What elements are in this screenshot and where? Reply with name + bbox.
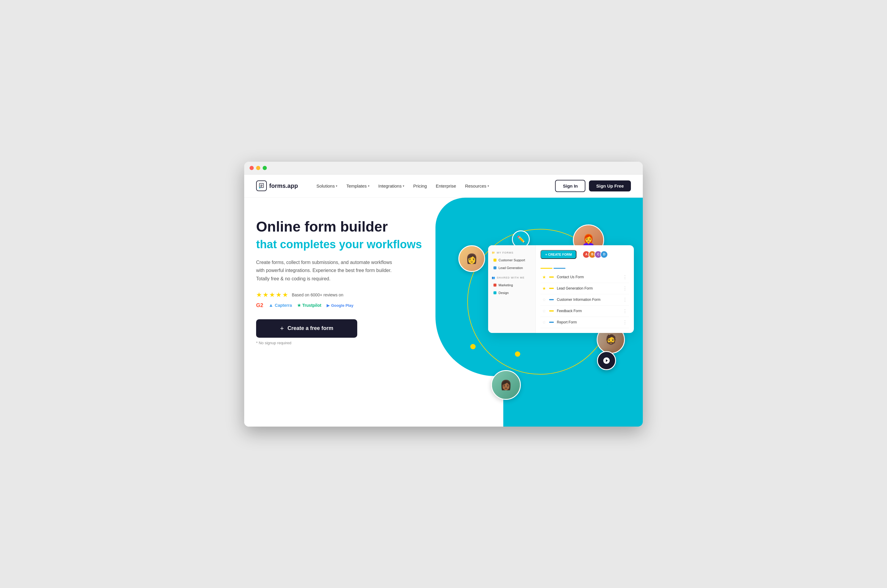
color-bar-blue [549,322,554,323]
create-form-btn[interactable]: + CREATE FORM [540,250,576,259]
sidebar-item-customer-support[interactable]: Customer Support [492,256,532,264]
yellow-dot-bottom [515,351,520,357]
form-list-item[interactable]: ☆ Feedback Form ⋮ [540,306,629,317]
sidebar-item-marketing[interactable]: Marketing [492,282,532,289]
divider-decoration [540,268,629,269]
logo-text: forms.app [269,183,298,189]
form-list: ★ Contact Us Form ⋮ ★ Lead Generation Fo [540,272,629,328]
folder-icon-blue [493,266,496,269]
form-list-item[interactable]: ★ Contact Us Form ⋮ [540,272,629,283]
trustpilot-badge: ★ Trustpilot [297,303,321,308]
no-signup-text: * No signup required [256,340,444,345]
color-bar-yellow [549,310,554,312]
capterra-badge: ▲ Capterra [269,303,292,308]
color-bar-blue [549,299,554,300]
star-icon-empty: ☆ [542,297,546,302]
browser-chrome [244,162,643,174]
maximize-button[interactable] [263,166,267,170]
sidebar-item-lead-generation[interactable]: Lead Generation [492,264,532,272]
chevron-down-icon: ▾ [368,184,370,188]
chevron-down-icon: ▾ [336,184,337,188]
avatar-bottom: 👩🏾 [491,370,521,400]
google-play-badge: ▶ Google Play [326,303,353,308]
my-forms-section: 📁 MY FORMS [492,251,532,254]
cyan-dot [567,338,571,342]
reviews-row: ★★★★★ Based on 6000+ reviews on [256,291,444,299]
form-list-item[interactable]: ☆ Report Form ⋮ [540,317,629,328]
mini-avatar-4: D [600,250,608,258]
hero-title: Online form builder [256,219,444,235]
hero-left: Online form builder that completes your … [256,213,444,345]
form-list-item[interactable]: ★ Lead Generation Form ⋮ [540,283,629,294]
color-bar-yellow [549,288,554,289]
top-bar: + CREATE FORM A B C D [540,250,629,263]
nav-integrations[interactable]: Integrations ▾ [375,182,408,190]
nav-solutions[interactable]: Solutions ▾ [313,182,341,190]
sidebar-item-design[interactable]: Design [492,289,532,296]
form-card-inner: 📁 MY FORMS Customer Support Lead Genera [488,245,634,333]
folder-icon-red [493,284,496,286]
app-preview-container: 👩 ✏️ 👩‍🦰 [444,213,631,415]
form-card: 📁 MY FORMS Customer Support Lead Genera [488,245,634,333]
create-form-label: Create a free form [287,325,333,332]
hero-section: Online form builder that completes your … [244,198,643,427]
more-options-icon[interactable]: ⋮ [622,320,627,325]
nav-enterprise[interactable]: Enterprise [432,182,460,190]
pencil-icon: ✏️ [517,236,525,243]
star-icon-filled: ★ [542,286,546,291]
star-icon-filled: ★ [542,274,546,279]
signup-button[interactable]: Sign Up Free [589,180,631,192]
nav-actions: Sign In Sign Up Free [555,180,631,192]
star-rating: ★★★★★ [256,291,289,299]
dot-grid-bottom [595,381,613,385]
chart-icon-circle [597,351,616,370]
sidebar-panel: 📁 MY FORMS Customer Support Lead Genera [488,245,536,333]
form-list-item[interactable]: ☆ Customer Information Form ⋮ [540,294,629,306]
logos-row: G2 ▲ Capterra ★ Trustpilot ▶ Google Play [256,302,444,309]
folder-icon-cyan [493,291,496,294]
avatar-top-left: 👩 [459,245,485,272]
shared-with-me-section: 👥 SHARED WITH ME [492,276,532,279]
close-button[interactable] [250,166,254,170]
chart-icon [603,357,610,364]
plus-icon: + [280,325,284,332]
logo-icon [256,180,267,191]
create-form-button[interactable]: + Create a free form [256,319,357,338]
more-options-icon[interactable]: ⋮ [622,308,627,314]
more-options-icon[interactable]: ⋮ [622,297,627,303]
g2-badge: G2 [256,302,263,309]
hero-right: 👩 ✏️ 👩‍🦰 [444,213,631,415]
main-panel: + CREATE FORM A B C D [536,245,634,333]
page-content: forms.app Solutions ▾ Templates ▾ Integr… [244,174,643,427]
dot-grid-top [462,216,479,219]
nav-resources[interactable]: Resources ▾ [462,182,493,190]
color-bar-yellow [549,276,554,278]
browser-window: forms.app Solutions ▾ Templates ▾ Integr… [244,162,643,427]
star-icon-empty: ☆ [542,320,546,325]
nav-templates[interactable]: Templates ▾ [343,182,373,190]
logo[interactable]: forms.app [256,180,298,191]
navbar: forms.app Solutions ▾ Templates ▾ Integr… [244,174,643,198]
avatar-stack: A B C D [579,250,608,258]
chevron-down-icon: ▾ [487,184,489,188]
reviews-text: Based on 6000+ reviews on [292,292,343,297]
minimize-button[interactable] [256,166,260,170]
nav-links: Solutions ▾ Templates ▾ Integrations ▾ P… [313,182,555,190]
hero-subtitle: that completes your workflows [256,238,444,252]
star-icon-empty: ☆ [542,309,546,314]
signin-button[interactable]: Sign In [555,180,585,192]
more-options-icon[interactable]: ⋮ [622,286,627,291]
nav-pricing[interactable]: Pricing [410,182,430,190]
more-options-icon[interactable]: ⋮ [622,274,627,280]
svg-point-0 [259,187,260,189]
folder-icon-yellow [493,259,496,262]
yellow-dot-left [470,344,476,349]
hero-description: Create forms, collect form submissions, … [256,258,399,283]
chevron-down-icon: ▾ [403,184,404,188]
